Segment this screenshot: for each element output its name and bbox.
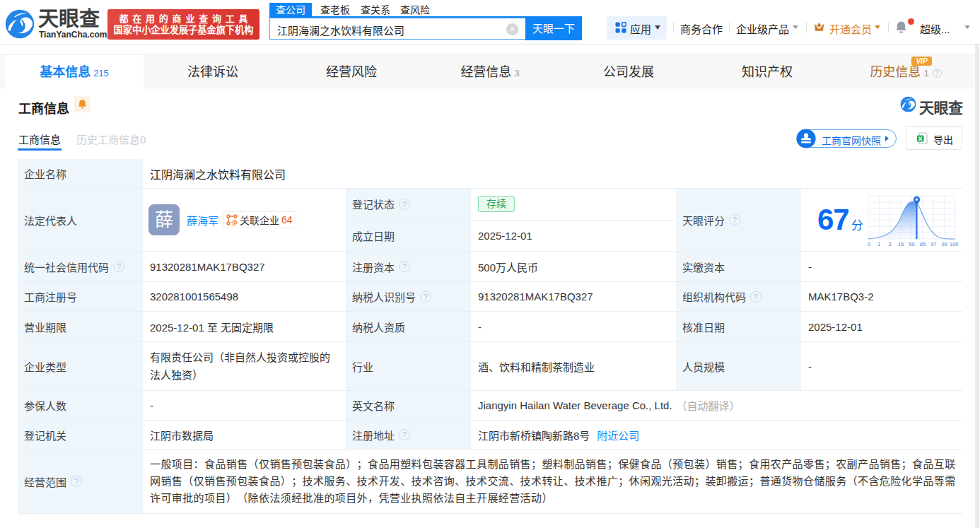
svg-text:1: 1 [877,241,880,247]
svg-text:97: 97 [931,241,936,247]
svg-text:100: 100 [950,241,959,247]
svg-text:99: 99 [941,241,947,247]
svg-text:15: 15 [898,241,904,247]
svg-text:85: 85 [920,241,926,247]
svg-text:3: 3 [889,241,892,247]
svg-text:0: 0 [868,241,870,247]
svg-text:50: 50 [909,241,914,247]
svg-text:企: 企 [231,219,238,225]
